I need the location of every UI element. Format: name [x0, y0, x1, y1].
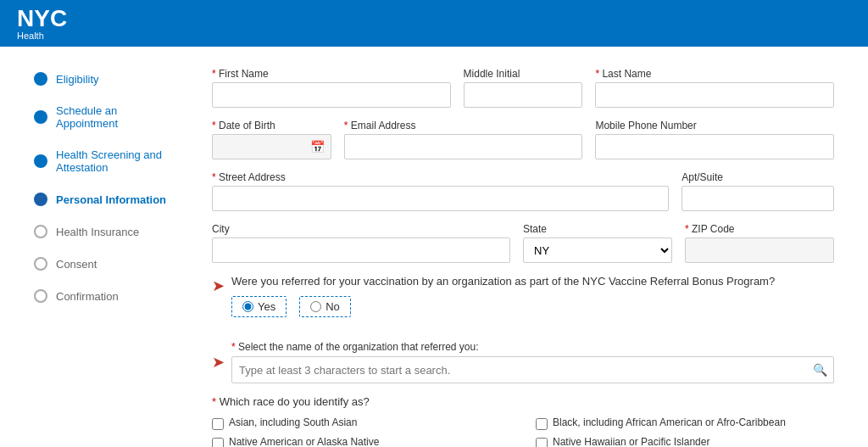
- city-state-zip-row: City NYC State NY * ZIP Code 20011: [212, 223, 834, 263]
- sidebar-label-health-insurance: Health Insurance: [56, 226, 139, 238]
- mobile-input[interactable]: [595, 134, 834, 159]
- street-group: * Street Address: [212, 171, 669, 211]
- zip-group: * ZIP Code 20011: [685, 223, 834, 263]
- sidebar-label-consent: Consent: [56, 258, 97, 271]
- apt-label: Apt/Suite: [682, 171, 834, 183]
- race-option-native-american[interactable]: Native American or Alaska Native: [212, 436, 510, 447]
- city-input[interactable]: NYC: [212, 237, 510, 263]
- sidebar-item-eligibility[interactable]: Eligibility: [34, 72, 178, 86]
- mobile-group: Mobile Phone Number: [595, 120, 834, 159]
- name-row: * First Name Middle Initial * Last Name: [212, 68, 834, 108]
- referral-radio-row: ➤ Yes No: [212, 296, 834, 329]
- org-search-input[interactable]: [231, 356, 834, 383]
- org-search-container: 🔍: [231, 356, 834, 383]
- no-radio-label[interactable]: No: [326, 300, 340, 313]
- sidebar-label-eligibility: Eligibility: [56, 73, 99, 86]
- email-label: * Email Address: [344, 120, 583, 131]
- email-group: * Email Address: [344, 120, 583, 159]
- sidebar-dot-personal-info: [34, 193, 47, 206]
- race-option-asian[interactable]: Asian, including South Asian: [212, 416, 510, 431]
- sidebar-item-consent[interactable]: Consent: [34, 257, 178, 271]
- calendar-icon: 📅: [310, 140, 325, 154]
- race-black-checkbox[interactable]: [536, 418, 548, 430]
- sidebar-item-personal-info[interactable]: Personal Information: [34, 193, 178, 206]
- state-select[interactable]: NY: [523, 237, 672, 263]
- middle-initial-group: Middle Initial: [464, 68, 583, 108]
- zip-input[interactable]: 20011: [685, 237, 834, 263]
- contact-row: * Date of Birth 1/1/2000 📅 * Email Addre…: [212, 120, 834, 159]
- middle-initial-label: Middle Initial: [464, 68, 583, 80]
- referral-question-row: ➤ Were you referred for your vaccination…: [212, 275, 834, 296]
- sidebar-label-schedule: Schedule an Appointment: [56, 104, 178, 130]
- referral-radio-group: Yes No: [231, 296, 351, 317]
- race-option-native-hawaiian[interactable]: Native Hawaiian or Pacific Islander: [536, 436, 834, 447]
- apt-input[interactable]: [682, 186, 834, 211]
- race-option-black[interactable]: Black, including African American or Afr…: [536, 416, 834, 431]
- sidebar-item-confirmation[interactable]: Confirmation: [34, 289, 178, 303]
- sidebar-item-health-insurance[interactable]: Health Insurance: [34, 225, 178, 238]
- street-input[interactable]: [212, 186, 669, 211]
- sidebar-label-health-screening: Health Screening and Attestation: [56, 148, 178, 174]
- apt-group: Apt/Suite: [682, 171, 834, 211]
- mobile-label: Mobile Phone Number: [595, 120, 834, 131]
- first-name-label: * First Name: [212, 68, 451, 80]
- sidebar-item-health-screening[interactable]: Health Screening and Attestation: [34, 148, 178, 174]
- city-label: City: [212, 223, 510, 235]
- page-header: NYC Health: [0, 0, 868, 47]
- zip-label: * ZIP Code: [685, 223, 834, 235]
- sidebar-label-personal-info: Personal Information: [56, 193, 166, 206]
- org-arrow-icon: ➤: [212, 353, 225, 372]
- race-native-hawaiian-label[interactable]: Native Hawaiian or Pacific Islander: [553, 436, 709, 447]
- sidebar-dot-health-screening: [34, 154, 47, 168]
- race-section: * Which race do you identify as? Asian, …: [212, 395, 834, 447]
- sidebar-label-confirmation: Confirmation: [56, 290, 119, 303]
- org-search-wrapper: * Select the name of the organization th…: [231, 341, 834, 383]
- race-asian-checkbox[interactable]: [212, 418, 224, 430]
- referral-question-text: Were you referred for your vaccination b…: [231, 275, 775, 288]
- sidebar-item-schedule[interactable]: Schedule an Appointment: [34, 104, 178, 130]
- email-input[interactable]: [344, 134, 583, 159]
- race-native-hawaiian-checkbox[interactable]: [536, 438, 548, 448]
- address-row: * Street Address Apt/Suite: [212, 171, 834, 211]
- race-native-american-checkbox[interactable]: [212, 438, 224, 448]
- race-native-american-label[interactable]: Native American or Alaska Native: [229, 436, 379, 447]
- sidebar-dot-eligibility: [34, 72, 47, 86]
- street-label: * Street Address: [212, 171, 669, 183]
- yes-radio-option[interactable]: Yes: [231, 296, 287, 317]
- no-radio[interactable]: [310, 301, 321, 312]
- search-icon: 🔍: [813, 363, 827, 377]
- org-search-row: ➤ * Select the name of the organization …: [212, 341, 834, 383]
- race-options-grid: Asian, including South Asian Black, incl…: [212, 416, 834, 447]
- first-name-input[interactable]: [212, 82, 451, 108]
- race-asian-label[interactable]: Asian, including South Asian: [229, 416, 357, 428]
- nyc-logo: NYC Health: [17, 7, 67, 41]
- last-name-label: * Last Name: [595, 68, 834, 80]
- city-group: City NYC: [212, 223, 510, 263]
- state-group: State NY: [523, 223, 672, 263]
- sidebar-dot-confirmation: [34, 289, 47, 303]
- first-name-group: * First Name: [212, 68, 451, 108]
- dob-field[interactable]: 1/1/2000 📅: [212, 134, 331, 159]
- no-radio-option[interactable]: No: [299, 296, 351, 317]
- yes-radio-label[interactable]: Yes: [258, 300, 275, 313]
- sidebar-dot-health-insurance: [34, 225, 47, 238]
- referral-arrow-icon: ➤: [212, 277, 225, 295]
- content-area: * First Name Middle Initial * Last Name …: [195, 47, 868, 447]
- last-name-input[interactable]: [595, 82, 834, 108]
- race-question-text: * Which race do you identify as?: [212, 395, 834, 408]
- sidebar-dot-schedule: [34, 110, 47, 124]
- state-label: State: [523, 223, 672, 235]
- sidebar-dot-consent: [34, 257, 47, 271]
- dob-group: * Date of Birth 1/1/2000 📅: [212, 120, 331, 159]
- org-label: * Select the name of the organization th…: [231, 341, 834, 353]
- dob-label: * Date of Birth: [212, 120, 331, 131]
- middle-initial-input[interactable]: [464, 82, 583, 108]
- race-black-label[interactable]: Black, including African American or Afr…: [553, 416, 786, 428]
- sidebar: Eligibility Schedule an Appointment Heal…: [0, 47, 195, 447]
- last-name-group: * Last Name: [595, 68, 834, 108]
- yes-radio[interactable]: [242, 301, 253, 312]
